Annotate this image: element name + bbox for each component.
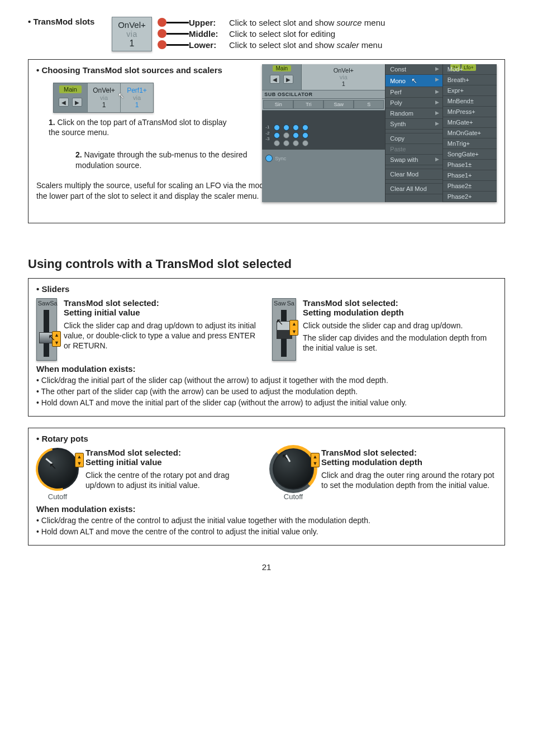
menu-item[interactable]: Random (386, 108, 442, 119)
mini-ui-illustration: Main ◀ ▶ OnVel+ via 1 ↖ Perf1+ via 1 (53, 83, 154, 113)
slider-right-heading: TransMod slot selected: Setting modulati… (303, 298, 497, 317)
legend-middle-label: Middle: (189, 29, 222, 39)
legend-lower-label: Lower: (189, 40, 222, 50)
when-list-item: Click/drag the initial part of the slide… (36, 376, 497, 385)
legend-lower-text: Click to select slot and show scaler men… (229, 40, 382, 50)
cursor-icon: ↖ (49, 461, 56, 471)
page-number: 21 (28, 562, 505, 572)
pot-label: Cutoff (48, 492, 67, 501)
cursor-icon: ↖ (411, 76, 417, 85)
osc-octave-label: -3 (265, 136, 269, 141)
slot2-number[interactable]: 1 (135, 101, 139, 109)
legend-upper-text: Click to select slot and show source men… (229, 18, 385, 27)
pot-left-heading: TransMod slot selected: Setting initial … (85, 448, 261, 467)
wave-button[interactable]: Saw (323, 100, 354, 109)
legend-middle-text: Click to select slot for editing (229, 29, 335, 39)
menu-item[interactable]: Poly (386, 98, 442, 108)
pots-when-heading: When modulation exists: (36, 504, 497, 514)
menu-item[interactable]: Breath+ (443, 75, 497, 85)
menu-item[interactable]: MnOnGate+ (443, 128, 497, 138)
pot-left-body: Click the centre of the rotary pot and d… (85, 470, 261, 490)
main-tab-label: Main (59, 85, 82, 93)
section-heading: Using controls with a TransMod slot sele… (28, 257, 505, 271)
step1-text: Click on the top part of aTransMod slot … (49, 118, 227, 137)
legend-upper-label: Upper: (189, 18, 222, 27)
menu-slot-via: via (340, 74, 348, 80)
sync-label: Sync (275, 156, 286, 161)
callout-line (166, 44, 189, 46)
wave-button[interactable]: Sin (263, 100, 293, 109)
wave-button[interactable]: S (354, 100, 384, 109)
pot-initial-illustration: ▲▼ ↖ Cutoff (36, 448, 79, 501)
sliders-title: Sliders (36, 284, 497, 294)
pot-right-heading: TransMod slot selected: Setting modulati… (321, 448, 497, 467)
callout-dot-icon (158, 18, 166, 27)
cursor-icon: ↖ (118, 91, 125, 100)
slot1-via[interactable]: via (100, 94, 108, 101)
menu-item[interactable]: Paste (386, 144, 442, 155)
menu-item[interactable]: Const (386, 64, 442, 75)
slider-right-body1: Click outside the slider cap and drag up… (303, 320, 497, 331)
transmod-slot-illustration: OnVel+ via 1 (112, 17, 152, 51)
callout-dot-icon (158, 29, 166, 38)
sliders-when-heading: When modulation exists: (36, 364, 497, 374)
sync-indicator (265, 155, 273, 162)
slider-right-body2: The slider cap divides and the modulatio… (303, 333, 497, 353)
menu-item[interactable]: Mod+ (443, 64, 497, 75)
menu-item[interactable]: Copy (386, 133, 442, 144)
step1-number: 1. (49, 118, 55, 127)
menu-item[interactable]: Phase2+ (443, 192, 497, 202)
step2-text: Navigate through the sub-menus to the de… (75, 150, 247, 169)
osc-octave-label: -1 (265, 125, 269, 130)
menu-item[interactable]: Swap with (386, 155, 442, 165)
menu-item[interactable]: Phase2± (443, 181, 497, 192)
slot-middle-text: via (126, 30, 137, 39)
slider-moddepth-illustration: Saw Sa ▲▼ ↖ (272, 298, 296, 361)
slot-lower-text: 1 (130, 39, 135, 49)
menu-item[interactable]: MnBend± (443, 96, 497, 107)
slot-upper-text: OnVel+ (118, 20, 146, 30)
next-arrow-icon[interactable]: ▶ (72, 98, 82, 107)
when-list-item: Hold down ALT and move the initial part … (36, 398, 497, 407)
menu-item[interactable]: MnPress+ (443, 107, 497, 117)
slider-lbl-l: Saw (38, 300, 50, 307)
callout-line (166, 22, 189, 23)
menu-item[interactable]: Mono↖ (386, 75, 442, 87)
menu-item[interactable]: Phase1+ (443, 170, 497, 181)
context-menu-illustration: Main ◀ ▶ OnVel+ via 1 SUB OSCILLATOR Sin… (262, 64, 497, 202)
section-label: TransMod slots (28, 17, 112, 26)
menu-item[interactable]: Phase1± (443, 160, 497, 170)
wave-button[interactable]: Tri (293, 100, 323, 109)
menu-item[interactable]: SongGate+ (443, 149, 497, 160)
menu-item[interactable]: Synth (386, 119, 442, 130)
slot2-via[interactable]: via (133, 94, 141, 101)
cursor-icon: ↖ (276, 317, 283, 327)
prev-arrow-icon[interactable]: ◀ (59, 98, 69, 107)
when-list-item: Click/drag the centre of the control to … (36, 516, 497, 525)
menu-slot-number: 1 (342, 80, 345, 87)
menu-item[interactable]: Perf (386, 87, 442, 98)
slider-left-heading: TransMod slot selected: Setting initial … (64, 298, 261, 317)
slot1-number[interactable]: 1 (102, 101, 106, 109)
slot2-source[interactable]: Perf1+ (127, 87, 147, 94)
step2-number: 2. (75, 150, 82, 159)
menu-prev-arrow[interactable]: ◀ (270, 75, 280, 84)
when-list-item: The other part of the slider cap (with t… (36, 387, 497, 396)
menu-item[interactable]: MnGate+ (443, 117, 497, 128)
slot1-source[interactable]: OnVel+ (93, 87, 115, 94)
pot-label: Cutoff (284, 492, 303, 501)
cursor-icon: ↖ (282, 452, 289, 462)
menu-slot-source: OnVel+ (334, 67, 354, 74)
menu-main-label: Main (273, 65, 292, 71)
pots-title: Rotary pots (36, 434, 497, 443)
menu-item[interactable]: Expr+ (443, 85, 497, 96)
callout-dot-icon (158, 40, 166, 49)
menu-item[interactable]: MnTrig+ (443, 138, 497, 149)
osc-octave-label: -2 (265, 131, 269, 136)
slider-initial-illustration: Saw Sa ▲▼ ↖ (36, 298, 57, 361)
menu-item[interactable]: Clear All Mod (386, 184, 442, 194)
menu-item[interactable]: Clear Mod (386, 169, 442, 180)
sub-osc-label: SUB OSCILLATOR (262, 90, 385, 99)
menu-next-arrow[interactable]: ▶ (283, 75, 293, 84)
slider-lbl-r: Sa (50, 300, 57, 307)
